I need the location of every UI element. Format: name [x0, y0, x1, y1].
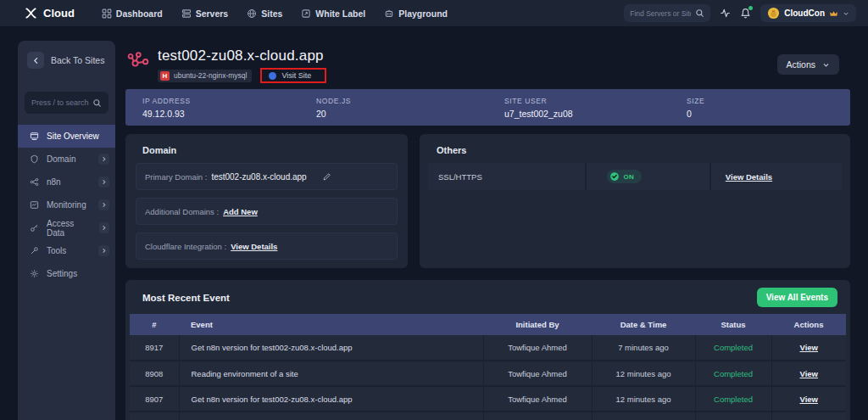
cloud-logo-icon [24, 7, 38, 20]
account-menu[interactable]: CloudCon [760, 4, 856, 22]
servers-icon [181, 8, 192, 19]
site-title-block: test002-zu08.x-cloud.app H ubuntu-22-ngi… [158, 48, 326, 83]
edit-domain-icon[interactable] [322, 172, 331, 182]
view-all-events-button[interactable]: View All Events [757, 288, 837, 307]
others-panel-title: Others [420, 134, 850, 155]
sidebar-item-domain[interactable]: Domain [18, 148, 115, 171]
white-label-icon [301, 8, 311, 19]
gear-icon [30, 269, 39, 278]
view-event-link[interactable]: View [800, 343, 818, 352]
search-icon [92, 98, 102, 108]
ssl-toggle[interactable]: ON [607, 170, 642, 183]
events-table-header: # Event Initiated By Date & Time Status … [130, 314, 846, 335]
chevron-left-icon[interactable] [27, 52, 44, 69]
status-badge: Completed [695, 361, 771, 386]
actions-button[interactable]: Actions [777, 54, 839, 75]
global-search [624, 4, 710, 22]
sidebar-menu: Site Overview Domain n8n [18, 125, 115, 285]
table-row-partial [130, 412, 846, 420]
back-label: Back To Sites [51, 55, 104, 65]
sidebar-item-settings[interactable]: Settings [18, 262, 115, 285]
recent-events-panel: Most Recent Event View All Events # Even… [125, 280, 850, 420]
top-navbar: Cloud Dashboard Servers [0, 0, 868, 26]
chevron-right-icon [99, 222, 109, 233]
n8n-icon [30, 177, 39, 187]
sidebar: Back To Sites Site Overview Domain [18, 41, 115, 420]
brand-name: Cloud [43, 7, 75, 20]
info-size: SIZE 0 [670, 97, 850, 119]
chevron-right-icon [98, 199, 109, 210]
sidebar-search-input[interactable] [31, 98, 89, 107]
nav-item-servers[interactable]: Servers [175, 5, 236, 22]
primary-domain-value: test002-zu08.x-cloud.app [211, 172, 306, 182]
app-logo[interactable]: Cloud [24, 7, 75, 20]
sites-globe-icon [247, 8, 257, 19]
info-site-user: SITE USER u7_test002_zu08 [487, 97, 670, 119]
add-new-domain-link[interactable]: Add New [223, 207, 258, 216]
site-tags: H ubuntu-22-nginx-mysql Visit Site [158, 68, 326, 83]
cloudflare-details-link[interactable]: View Details [231, 242, 277, 251]
dashboard-icon [102, 8, 112, 19]
table-row: 8907 Get n8n version for test002-zu08.x-… [130, 386, 846, 412]
chevron-right-icon [98, 176, 109, 188]
view-event-link[interactable]: View [800, 369, 818, 378]
wrench-icon [30, 246, 39, 255]
view-event-link[interactable]: View [800, 395, 818, 404]
key-icon [30, 223, 39, 232]
sidebar-item-tools[interactable]: Tools [18, 239, 115, 262]
bell-icon[interactable] [740, 8, 751, 19]
table-row: 8917 Get n8n version for test002-zu08.x-… [130, 335, 846, 361]
table-row: 8908 Reading environment of a site Towfi… [130, 361, 846, 386]
nav-item-dashboard[interactable]: Dashboard [95, 5, 170, 22]
navbar-right: CloudCon [624, 4, 856, 22]
main-content: test002-zu08.x-cloud.app H ubuntu-22-ngi… [125, 41, 854, 420]
shield-icon [30, 154, 39, 164]
domain-panel-title: Domain [125, 134, 408, 155]
info-nodejs: NODE.JS 20 [299, 97, 487, 119]
cloudflare-row: Cloudflare Integration : View Details [136, 232, 398, 260]
visit-site-link[interactable]: Visit Site [260, 68, 326, 83]
sidebar-item-site-overview[interactable]: Site Overview [18, 125, 115, 148]
info-ip-address: IP ADDRESS 49.12.0.93 [125, 97, 299, 119]
crown-icon [829, 9, 838, 18]
global-search-input[interactable] [630, 9, 691, 18]
sidebar-item-n8n[interactable]: n8n [18, 171, 115, 193]
status-badge: Completed [695, 335, 771, 361]
sidebar-item-access-data[interactable]: Access Data [18, 216, 115, 239]
check-circle-icon [609, 171, 620, 182]
search-icon [695, 8, 704, 18]
playground-icon [384, 8, 394, 19]
sidebar-item-monitoring[interactable]: Monitoring [18, 193, 115, 216]
site-header: test002-zu08.x-cloud.app H ubuntu-22-ngi… [125, 41, 854, 85]
visit-globe-icon [269, 72, 276, 80]
nav-item-sites[interactable]: Sites [240, 5, 289, 22]
events-title: Most Recent Event [142, 293, 230, 303]
status-badge: Completed [695, 386, 771, 412]
ssl-row: SSL/HTTPS ON View Details [428, 163, 842, 190]
main-nav: Dashboard Servers Sites [95, 5, 454, 22]
monitoring-icon [30, 200, 39, 210]
domain-panel: Domain Primary Domain : test002-zu08.x-c… [125, 134, 408, 268]
site-overview-icon [30, 132, 39, 141]
nav-item-playground[interactable]: Playground [377, 5, 454, 22]
site-info-bar: IP ADDRESS 49.12.0.93 NODE.JS 20 SITE US… [125, 89, 850, 126]
account-name: CloudCon [784, 8, 825, 18]
events-table: # Event Initiated By Date & Time Status … [130, 314, 846, 420]
ssl-label: SSL/HTTPS [428, 163, 585, 190]
avatar [767, 7, 780, 20]
chevron-down-icon [843, 10, 849, 17]
chevron-right-icon [98, 154, 109, 165]
page-title: test002-zu08.x-cloud.app [158, 48, 326, 64]
chevron-down-icon [822, 61, 830, 69]
site-network-icon [127, 51, 151, 71]
activity-icon[interactable] [720, 8, 731, 19]
primary-domain-row: Primary Domain : test002-zu08.x-cloud.ap… [136, 163, 398, 190]
notification-dot [748, 6, 753, 10]
back-to-sites[interactable]: Back To Sites [18, 41, 115, 69]
ssl-details-link[interactable]: View Details [726, 172, 772, 182]
sidebar-search [25, 92, 108, 114]
others-panel: Others SSL/HTTPS ON View [420, 134, 850, 268]
nav-item-white-label[interactable]: White Label [294, 5, 372, 22]
additional-domains-row: Additional Domains : Add New [136, 198, 398, 225]
chevron-right-icon [98, 245, 109, 256]
